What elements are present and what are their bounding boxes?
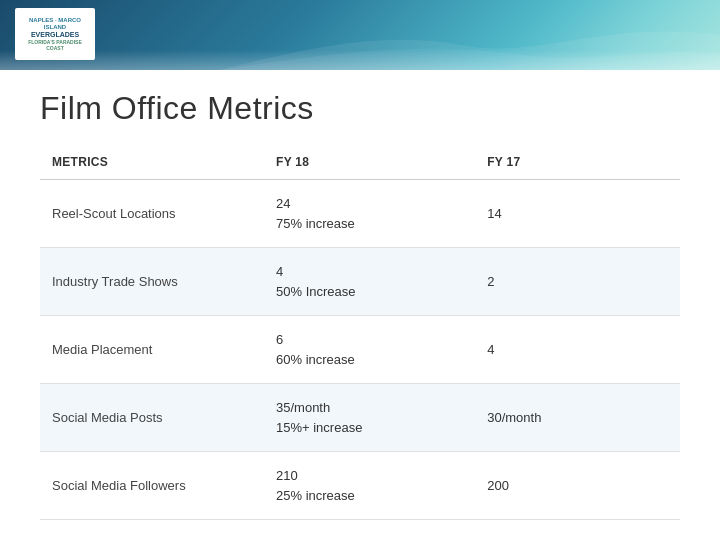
cell-metric: Industry Trade Shows bbox=[40, 248, 264, 316]
page-title: Film Office Metrics bbox=[40, 90, 680, 127]
table-header-row: METRICS FY 18 FY 17 bbox=[40, 145, 680, 180]
table-row: Media Placement660% increase4 bbox=[40, 316, 680, 384]
cell-metric: Reel-Scout Locations bbox=[40, 180, 264, 248]
col-header-fy17: FY 17 bbox=[475, 145, 680, 180]
table-row: Reel-Scout Locations2475% increase14 bbox=[40, 180, 680, 248]
cell-fy17: 200 bbox=[475, 452, 680, 520]
cell-fy17: 30/month bbox=[475, 384, 680, 452]
cell-fy17: 4 bbox=[475, 316, 680, 384]
cell-fy18: 2475% increase bbox=[264, 180, 475, 248]
wave-decoration bbox=[220, 0, 720, 70]
cell-fy18: 450% Increase bbox=[264, 248, 475, 316]
col-header-fy18: FY 18 bbox=[264, 145, 475, 180]
cell-fy18: 660% increase bbox=[264, 316, 475, 384]
page-content: Film Office Metrics METRICS FY 18 FY 17 … bbox=[0, 70, 720, 535]
col-header-metrics: METRICS bbox=[40, 145, 264, 180]
cell-metric: Social Media Followers bbox=[40, 452, 264, 520]
logo-text: NAPLES · MARCO ISLAND EVERGLADES FLORIDA… bbox=[19, 17, 91, 52]
table-row: Industry Trade Shows450% Increase2 bbox=[40, 248, 680, 316]
table-row: Social Media Followers21025% increase200 bbox=[40, 452, 680, 520]
metrics-table: METRICS FY 18 FY 17 Reel-Scout Locations… bbox=[40, 145, 680, 520]
cell-fy17: 2 bbox=[475, 248, 680, 316]
logo-image: NAPLES · MARCO ISLAND EVERGLADES FLORIDA… bbox=[15, 8, 95, 60]
cell-metric: Media Placement bbox=[40, 316, 264, 384]
cell-metric: Social Media Posts bbox=[40, 384, 264, 452]
cell-fy18: 21025% increase bbox=[264, 452, 475, 520]
table-row: Social Media Posts35/month15%+ increase3… bbox=[40, 384, 680, 452]
cell-fy18: 35/month15%+ increase bbox=[264, 384, 475, 452]
logo-area: NAPLES · MARCO ISLAND EVERGLADES FLORIDA… bbox=[15, 8, 95, 60]
header-banner: NAPLES · MARCO ISLAND EVERGLADES FLORIDA… bbox=[0, 0, 720, 70]
cell-fy17: 14 bbox=[475, 180, 680, 248]
